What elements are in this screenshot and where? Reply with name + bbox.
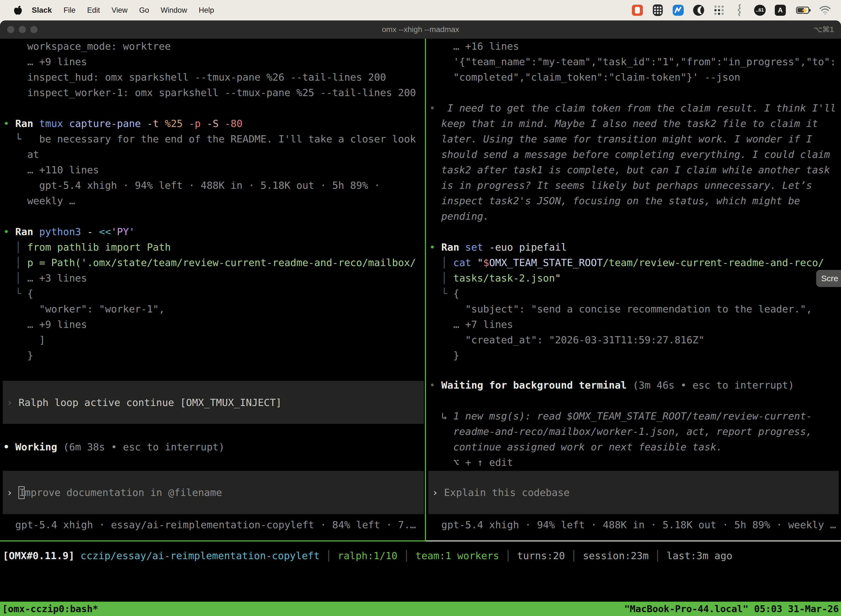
squiggle-icon[interactable]: [733, 4, 746, 16]
log-line: inspect_worker-1: omx sparkshell --tmux-…: [3, 85, 424, 100]
omx-ralph-counter: ralph:1/10: [338, 550, 398, 561]
command-output-line: "completed","claim_token":"claim-token"}…: [429, 70, 841, 85]
omx-turns: turns:20: [517, 550, 565, 561]
apple-menu-icon[interactable]: [14, 5, 22, 15]
tmux-window-tab[interactable]: [omx-cczip0:bash*: [2, 603, 98, 615]
keyboard-a-icon[interactable]: A: [774, 4, 786, 16]
menu-window[interactable]: Window: [155, 0, 193, 21]
thinking-line: is in progress? It seems likely but perh…: [429, 178, 841, 193]
prompt-input[interactable]: › Improve documentation in @filename: [3, 471, 424, 514]
log-line: workspace_mode: worktree: [3, 39, 424, 54]
crescent-app-icon[interactable]: [693, 4, 705, 16]
window-shortcut-hint: ⌥⌘1: [814, 21, 834, 39]
command-output-line: └ be necessary for the end of the README…: [3, 131, 424, 147]
left-pane: workspace_mode: worktree … +9 lines insp…: [0, 39, 425, 540]
right-pane-border: [426, 540, 841, 541]
battery-icon[interactable]: ⚡: [795, 4, 811, 16]
edit-shortcut-hint: ⌥ + ↑ edit: [429, 455, 841, 470]
dots-grid-icon[interactable]: [713, 4, 725, 16]
waiting-status-line: • Waiting for background terminal (3m 46…: [429, 378, 841, 393]
code-line: │ p = Path('.omx/state/team/review-curre…: [3, 255, 424, 270]
command-output-line: … +7 lines: [429, 317, 841, 332]
ran-command-line: • Ran tmux capture-pane -t %25 -p -S -80: [3, 116, 424, 131]
omx-repo: cczip/essay/ai-reimplementation-copyleft: [75, 550, 320, 561]
command-output-line: '{"team_name":"my-team","task_id":"1","f…: [429, 54, 841, 70]
command-output-line: "created_at": "2026-03-31T11:59:27.816Z": [429, 332, 841, 348]
wifi-icon[interactable]: [819, 4, 831, 16]
command-output-line: }: [429, 348, 841, 363]
menu-bar-status-icons: ..61 A ⚡: [631, 4, 833, 16]
mailbox-hint-line: readme-and-reco/mailbox/worker-1.json, a…: [429, 424, 841, 439]
thinking-line: keep that in mind. Maybe I also need the…: [429, 116, 841, 131]
code-line: │ … +3 lines: [3, 270, 424, 286]
text-cursor: I: [19, 486, 25, 499]
screen-share-overlay[interactable]: Scre: [816, 270, 841, 287]
omx-team-workers: team:1 workers: [416, 550, 499, 561]
pane-divider[interactable]: [425, 39, 426, 541]
code-line: └ {: [3, 286, 424, 301]
blue-zigzag-icon[interactable]: [672, 4, 684, 16]
command-output-line: gpt-5.4 xhigh · 94% left · 488K in · 5.1…: [3, 178, 424, 193]
model-status-line: gpt-5.4 xhigh · essay/ai-reimplementatio…: [3, 517, 424, 532]
omx-version: [OMX#0.11.9]: [3, 550, 75, 561]
code-line: │ tasks/task-2.json": [429, 270, 841, 286]
thinking-line: task2 after task1 is complete, but can I…: [429, 162, 841, 178]
prompt-input[interactable]: › Explain this codebase: [428, 471, 839, 514]
left-pane-border: [0, 540, 425, 541]
model-status-line: gpt-5.4 xhigh · 94% left · 488K in · 5.1…: [429, 517, 841, 532]
command-output-line: … +110 lines: [3, 162, 424, 178]
code-line: │ cat "$OMX_TEAM_STATE_ROOT/team/review-…: [429, 255, 841, 270]
ran-command-line: • Ran set -euo pipefail: [429, 239, 841, 255]
menu-view[interactable]: View: [105, 0, 133, 21]
omx-last-activity: last:3m ago: [667, 550, 732, 561]
thinking-line: inspect task2's JSON, focusing on the st…: [429, 193, 841, 209]
omx-session-time: session:23m: [583, 550, 648, 561]
shield-grid-icon[interactable]: [652, 4, 664, 16]
chat-app-icon[interactable]: [631, 4, 643, 16]
right-pane: … +16 lines '{"team_name":"my-team","tas…: [426, 39, 841, 540]
mailbox-hint-line: continue assigned work or next feasible …: [429, 439, 841, 455]
badge-61-icon[interactable]: ..61: [754, 4, 766, 16]
command-output-line: … +9 lines: [3, 317, 424, 332]
mailbox-hint-line: ↳ 1 new msg(s): read $OMX_TEAM_STATE_ROO…: [429, 408, 841, 424]
command-output-line: ]: [3, 332, 424, 348]
ralph-inject-banner: › Ralph loop active continue [OMX_TMUX_I…: [3, 381, 424, 424]
command-output-line: … +16 lines: [429, 39, 841, 54]
menu-go[interactable]: Go: [133, 0, 155, 21]
tmux-status-bar: [omx-cczip0:bash* "MacBook-Pro-44.local"…: [0, 602, 841, 616]
menu-help[interactable]: Help: [193, 0, 220, 21]
menu-edit[interactable]: Edit: [81, 0, 106, 21]
thinking-line: pending.: [429, 209, 841, 224]
omx-status-line: [OMX#0.11.9] cczip/essay/ai-reimplementa…: [3, 548, 841, 563]
log-line: inspect_hud: omx sparkshell --tmux-pane …: [3, 70, 424, 85]
window-title-bar[interactable]: omx --xhigh --madmax ⌥⌘1: [0, 21, 841, 39]
terminal-window: omx --xhigh --madmax ⌥⌘1 workspace_mode:…: [0, 21, 841, 616]
code-line: └ {: [429, 286, 841, 301]
thinking-line: should send a message before completing …: [429, 147, 841, 162]
working-status-line: • Working (6m 38s • esc to interrupt): [3, 439, 424, 455]
window-title: omx --xhigh --madmax: [0, 21, 841, 39]
tmux-host-clock: "MacBook-Pro-44.local" 05:03 31-Mar-26: [624, 603, 839, 615]
command-output-line: }: [3, 348, 424, 363]
terminal-content: workspace_mode: worktree … +9 lines insp…: [0, 39, 841, 616]
menu-bar: Slack File Edit View Go Window Help ..61…: [0, 0, 841, 21]
command-output-line: "worker": "worker-1",: [3, 301, 424, 317]
menu-app-name[interactable]: Slack: [26, 0, 58, 21]
thinking-line: • I need to get the claim token from the…: [429, 100, 841, 116]
log-line: … +9 lines: [3, 54, 424, 70]
code-line: │ from pathlib import Path: [3, 239, 424, 255]
command-output-line: at: [3, 147, 424, 162]
command-output-line: weekly …: [3, 193, 424, 209]
command-output-line: "subject": "send a concise recommendatio…: [429, 301, 841, 317]
ran-command-line: • Ran python3 - <<'PY': [3, 224, 424, 239]
thinking-line: later. Using the same for transition mig…: [429, 131, 841, 147]
menu-file[interactable]: File: [58, 0, 81, 21]
